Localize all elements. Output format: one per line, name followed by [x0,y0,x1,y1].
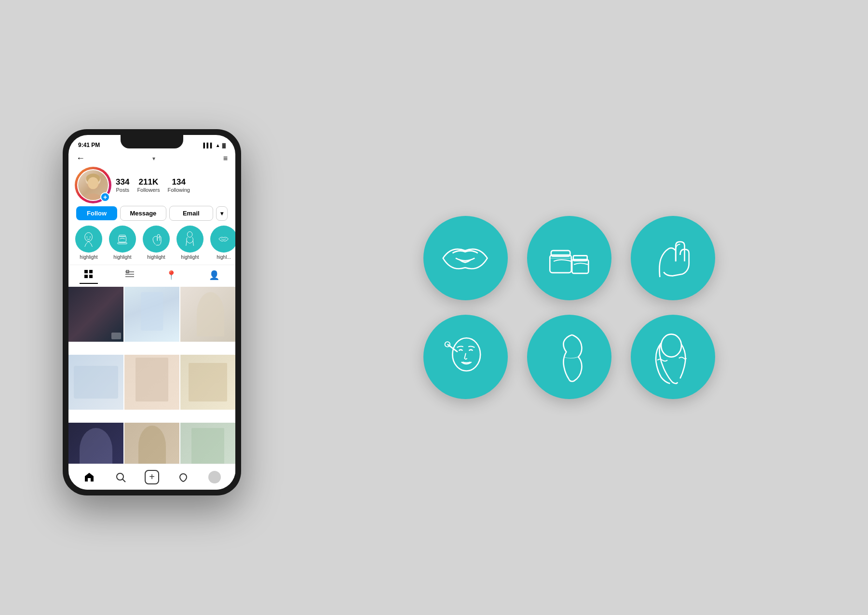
svg-point-3 [88,177,99,189]
stats-row: 334 Posts 211K Followers 134 Following [116,177,228,193]
icon-hair-silhouette [631,315,715,399]
profile-header: + 334 Posts 211K Followers 134 [68,166,235,206]
status-icons: ▌▌▌ ▲ ▓ [203,143,226,148]
highlight-item-1[interactable]: highlight [75,226,102,260]
svg-rect-24 [572,259,589,273]
icon-face-makeup [423,315,508,399]
highlight-label-5: highl... [217,254,231,260]
highlight-label-3: highlight [147,254,165,260]
more-button[interactable]: ▾ [216,206,228,221]
posts-stat[interactable]: 334 Posts [116,177,129,193]
tab-list[interactable] [121,268,139,284]
wifi-icon: ▲ [216,143,220,148]
signal-icon: ▌▌▌ [203,143,214,148]
nav-bar: ← ▾ ≡ [68,150,235,166]
highlight-item-5[interactable]: highl... [210,226,235,260]
icons-row-2 [423,315,715,399]
svg-point-20 [117,473,123,480]
icon-body-silhouette [527,315,611,399]
icons-row-1 [423,216,715,300]
highlight-circle-3 [143,226,170,253]
tab-tagged[interactable]: 👤 [204,268,224,284]
following-count: 134 [172,177,186,187]
avatar-container[interactable]: + [76,168,110,202]
svg-rect-12 [84,270,88,273]
action-buttons: Follow Message Email ▾ [68,206,235,226]
following-label: Following [167,187,190,193]
svg-point-7 [90,237,91,238]
svg-point-27 [453,338,481,371]
phone-frame: 9:41 PM ▌▌▌ ▲ ▓ ← ▾ ≡ [63,129,241,495]
highlight-label-4: highlight [181,254,199,260]
svg-point-30 [661,334,681,357]
icon-jars [527,216,611,300]
svg-point-4 [86,194,101,200]
profile-tab[interactable] [206,468,223,486]
following-stat[interactable]: 134 Following [167,177,190,193]
highlight-item-3[interactable]: highlight [143,226,170,260]
followers-label: Followers [137,187,160,193]
tab-location[interactable]: 📍 [161,268,181,284]
notch [121,135,183,148]
search-tab[interactable] [112,468,129,486]
followers-stat[interactable]: 211K Followers [137,177,160,193]
highlight-circle-4 [176,226,203,253]
svg-rect-8 [119,237,126,242]
highlight-label-1: highlight [80,254,97,260]
message-button[interactable]: Message [120,206,166,221]
svg-rect-9 [119,235,125,237]
email-button[interactable]: Email [169,206,213,221]
icon-lips [423,216,508,300]
grid-cell-4[interactable] [68,355,123,410]
grid-cell-1[interactable] [68,287,123,342]
menu-button[interactable]: ≡ [223,154,228,163]
photo-grid [68,287,235,490]
svg-point-6 [87,237,88,238]
svg-point-5 [85,233,93,241]
grid-cell-2[interactable] [124,287,179,342]
home-tab[interactable] [81,468,98,486]
followers-count: 211K [139,177,159,187]
highlight-label-2: highlight [113,254,131,260]
highlight-circle-5 [210,226,235,253]
phone-screen: 9:41 PM ▌▌▌ ▲ ▓ ← ▾ ≡ [68,135,235,490]
icons-section [241,216,868,399]
posts-count: 334 [116,177,129,187]
create-tab[interactable]: + [143,468,161,486]
highlight-circle-2 [109,226,136,253]
highlights-row: highlight highlight [68,226,235,265]
tabs-row: 📍 👤 [68,265,235,287]
svg-rect-14 [84,275,88,278]
grid-cell-3[interactable] [180,287,235,342]
highlight-item-2[interactable]: highlight [109,226,136,260]
activity-tab[interactable] [175,468,192,486]
highlight-item-4[interactable]: highlight [176,226,203,260]
add-story-button[interactable]: + [100,192,110,202]
svg-rect-22 [550,255,572,273]
svg-rect-15 [89,275,93,278]
svg-line-21 [122,479,125,482]
svg-rect-13 [89,270,93,273]
svg-point-11 [188,232,192,238]
grid-cell-5[interactable] [124,355,179,410]
bottom-nav-bar: + [68,464,235,490]
follow-button[interactable]: Follow [76,206,117,220]
svg-rect-10 [118,243,127,244]
phone-mockup: 9:41 PM ▌▌▌ ▲ ▓ ← ▾ ≡ [63,129,241,495]
posts-label: Posts [116,187,129,193]
status-time: 9:41 PM [78,142,100,148]
icon-hand [631,216,715,300]
chevron-down-icon[interactable]: ▾ [152,155,155,162]
tab-grid[interactable] [80,268,98,284]
grid-cell-6[interactable] [180,355,235,410]
back-button[interactable]: ← [76,153,85,163]
highlight-circle-1 [75,226,102,253]
battery-icon: ▓ [222,143,226,148]
